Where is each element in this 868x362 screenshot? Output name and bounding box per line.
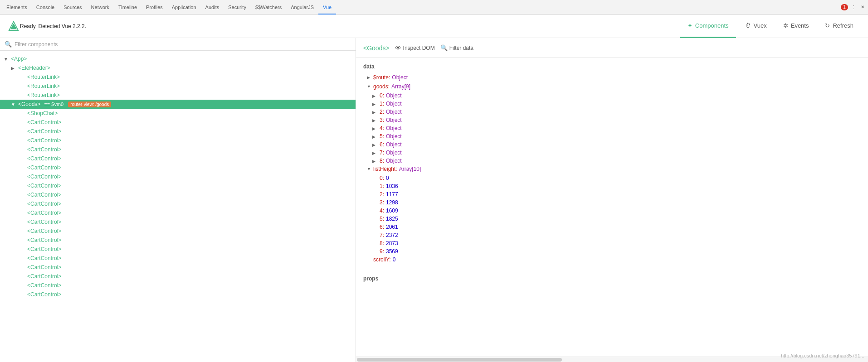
filter-data-area[interactable]: 🔍 Filter data (440, 44, 473, 51)
customize-icon[interactable]: ⋮ (850, 4, 857, 11)
tab-profiles[interactable]: Profiles (141, 0, 167, 14)
list-item[interactable]: <CartControl> (0, 208, 356, 217)
refresh-icon: ↻ (825, 22, 830, 29)
list-item[interactable]: <CartControl> (0, 236, 356, 245)
key-listheight: listHeight: (373, 166, 397, 172)
list-item[interactable]: <CartControl> (0, 290, 356, 299)
component-tree: ▼ <App> ▶ <EleHeader> <RouterLink> <Rout… (0, 51, 356, 362)
list-item[interactable]: <CartControl> (0, 181, 356, 190)
tab-angularjs[interactable]: AngularJS (286, 0, 318, 14)
tag-shopchat: <ShopChat> (27, 110, 58, 116)
tag-routerlink-2: <RouterLink> (27, 83, 60, 89)
list-item: 5:1825 (372, 215, 861, 223)
tab-application[interactable]: Application (167, 0, 201, 14)
data-row-goods[interactable]: ▼ goods: Array[9] (363, 82, 861, 92)
list-item[interactable]: <CartControl> (0, 254, 356, 263)
vue-nav: ✦ Components ⏱ Vuex ✲ Events ↻ Refresh (680, 14, 861, 38)
list-item: 1:1036 (372, 182, 861, 190)
list-item[interactable]: <CartControl> (0, 199, 356, 208)
tree-item-routerlink-1[interactable]: <RouterLink> (0, 72, 356, 82)
nav-vuex[interactable]: ⏱ Vuex (738, 14, 774, 38)
toggle-route[interactable]: ▶ (367, 75, 373, 80)
filter-data-label: Filter data (449, 45, 473, 51)
list-item[interactable]: ▶3:Object (372, 116, 861, 124)
list-item[interactable]: <CartControl> (0, 118, 356, 127)
devtools-tabbar: Elements Console Sources Network Timelin… (0, 0, 868, 14)
list-item[interactable]: ▶5:Object (372, 132, 861, 140)
toggle-app[interactable]: ▼ (4, 57, 9, 62)
tree-item-routerlink-3[interactable]: <RouterLink> (0, 91, 356, 100)
data-row-route[interactable]: ▶ $route: Object (363, 73, 861, 82)
left-panel: 🔍 ▼ <App> ▶ <EleHeader> <RouterLink> <Ro… (0, 38, 356, 362)
list-item: 6:2061 (372, 223, 861, 231)
nav-events[interactable]: ✲ Events (776, 14, 816, 38)
scroll-thumb[interactable] (357, 358, 562, 362)
tree-item-app[interactable]: ▼ <App> (0, 54, 356, 63)
list-item: 2:1177 (372, 190, 861, 198)
list-item[interactable]: <CartControl> (0, 145, 356, 154)
tag-app: <App> (11, 56, 27, 62)
list-item[interactable]: ▶0:Object (372, 92, 861, 100)
toggle-goods[interactable]: ▼ (11, 102, 16, 107)
tab-elements[interactable]: Elements (2, 0, 32, 14)
toggle-goods-data[interactable]: ▼ (367, 84, 373, 89)
tab-sswatchers[interactable]: $$Watchers (251, 0, 286, 14)
events-icon: ✲ (783, 22, 788, 29)
tab-security[interactable]: Security (224, 0, 251, 14)
toggle-listheight[interactable]: ▼ (367, 167, 373, 171)
list-item[interactable]: <CartControl> (0, 154, 356, 163)
list-item[interactable]: <CartControl> (0, 272, 356, 281)
list-item: 4:1609 (372, 207, 861, 215)
more-icon[interactable]: ✕ (859, 4, 866, 11)
tree-item-eleheader[interactable]: ▶ <EleHeader> (0, 63, 356, 72)
list-item[interactable]: <CartControl> (0, 245, 356, 254)
list-item[interactable]: ▶6:Object (372, 140, 861, 149)
tab-audits[interactable]: Audits (201, 0, 224, 14)
value-route: Object (392, 74, 408, 81)
tab-sources[interactable]: Sources (59, 0, 86, 14)
vue-logo (7, 20, 20, 33)
inspect-dom-label: Inspect DOM (403, 45, 435, 51)
nav-vuex-label: Vuex (754, 22, 767, 29)
key-route: $route: (373, 74, 390, 81)
list-item[interactable]: ▶7:Object (372, 149, 861, 157)
search-icon: 🔍 (5, 41, 12, 48)
list-item[interactable]: ▶8:Object (372, 157, 861, 165)
value-scrolly: 0 (393, 256, 396, 263)
value-listheight: Array[10] (399, 166, 421, 172)
data-row-listheight[interactable]: ▼ listHeight: Array[10] (363, 165, 861, 174)
list-item[interactable]: <CartControl> (0, 281, 356, 290)
tree-item-routerlink-2[interactable]: <RouterLink> (0, 82, 356, 91)
list-item[interactable]: <CartControl> (0, 136, 356, 145)
filter-components-input[interactable] (15, 41, 351, 48)
goods-vm-label: == $vm0 (44, 101, 63, 107)
toggle-eleheader[interactable]: ▶ (11, 66, 16, 71)
list-item[interactable]: <CartControl> (0, 163, 356, 172)
tab-console[interactable]: Console (32, 0, 59, 14)
list-item[interactable]: <CartControl> (0, 263, 356, 272)
list-item[interactable]: <CartControl> (0, 190, 356, 199)
nav-refresh-label: Refresh (833, 22, 853, 29)
tab-network[interactable]: Network (87, 0, 114, 14)
list-item[interactable]: <CartControl> (0, 127, 356, 136)
list-item: 8:2873 (372, 239, 861, 247)
list-item: 9:3569 (372, 247, 861, 256)
list-item[interactable]: <CartControl> (0, 227, 356, 236)
list-item[interactable]: ▶1:Object (372, 100, 861, 108)
inspect-dom-button[interactable]: 👁 Inspect DOM (395, 44, 435, 52)
nav-components[interactable]: ✦ Components (680, 14, 736, 38)
tree-item-shopchat[interactable]: <ShopChat> (0, 109, 356, 118)
tab-vue[interactable]: Vue (318, 0, 336, 14)
list-item[interactable]: ▶2:Object (372, 108, 861, 116)
goods-children: ▶0:Object ▶1:Object ▶2:Object ▶3:Object … (363, 92, 861, 165)
data-panel: data ▶ $route: Object ▼ goods: Array[9] … (356, 58, 868, 357)
list-item[interactable]: <CartControl> (0, 172, 356, 181)
list-item: 3:1298 (372, 198, 861, 207)
nav-refresh[interactable]: ↻ Refresh (818, 14, 861, 38)
list-item[interactable]: <CartControl> (0, 217, 356, 227)
tag-routerlink-1: <RouterLink> (27, 74, 60, 80)
tab-timeline[interactable]: Timeline (114, 0, 141, 14)
main-content: 🔍 ▼ <App> ▶ <EleHeader> <RouterLink> <Ro… (0, 38, 868, 362)
list-item[interactable]: ▶4:Object (372, 124, 861, 132)
tree-item-goods[interactable]: ▼ <Goods> == $vm0 router-view: /goods (0, 100, 356, 109)
